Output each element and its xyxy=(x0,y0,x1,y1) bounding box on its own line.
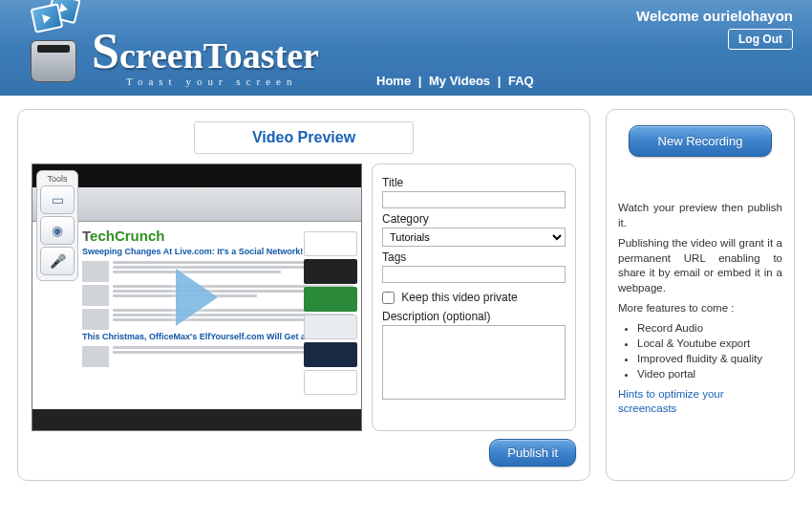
tools-label: Tools xyxy=(40,174,75,184)
hints-link[interactable]: Hints to optimize your screencasts xyxy=(618,387,782,416)
private-checkbox[interactable] xyxy=(382,292,395,304)
category-label: Category xyxy=(382,212,566,226)
sidebar-more-heading: More features to come : xyxy=(618,301,782,316)
tools-strip: Tools ▭ ◉ 🎤 xyxy=(36,170,78,281)
welcome-text: Welcome ourielohayon xyxy=(636,8,793,24)
sidebar-text-2: Publishing the video will grant it a per… xyxy=(618,236,782,295)
tool-screen-icon[interactable]: ▭ xyxy=(40,185,75,214)
publish-form: Title Category Tutorials Tags Keep this … xyxy=(372,163,576,431)
feature-item: Record Audio xyxy=(637,322,782,334)
feature-item: Improved fluidity & quality xyxy=(637,353,782,364)
main-panel: Video Preview Tools ▭ ◉ 🎤 TechCrunch Swe… xyxy=(17,109,590,481)
sidebar-panel: New Recording Watch your preview then pu… xyxy=(606,109,795,481)
logo[interactable]: ScreenToaster Toast your screen xyxy=(27,8,319,87)
video-preview[interactable]: Tools ▭ ◉ 🎤 TechCrunch Sweeping Changes … xyxy=(32,163,362,431)
tags-label: Tags xyxy=(382,250,566,264)
title-label: Title xyxy=(382,176,566,189)
description-textarea[interactable] xyxy=(382,325,566,400)
feature-list: Record Audio Local & Youtube export Impr… xyxy=(637,322,782,380)
header: ScreenToaster Toast your screen Welcome … xyxy=(0,0,812,96)
category-select[interactable]: Tutorials xyxy=(382,228,566,247)
nav-faq[interactable]: FAQ xyxy=(508,74,534,88)
play-icon[interactable] xyxy=(176,269,218,326)
nav-my-videos[interactable]: My Videos xyxy=(429,74,490,88)
private-label: Keep this video private xyxy=(401,291,517,304)
publish-button[interactable]: Publish it xyxy=(489,439,576,467)
brand-name: ScreenToaster xyxy=(92,23,319,79)
nav-home[interactable]: Home xyxy=(376,74,411,88)
tags-input[interactable] xyxy=(382,266,566,283)
new-recording-button[interactable]: New Recording xyxy=(629,125,772,157)
preview-heading: Video Preview xyxy=(194,121,414,154)
tool-mic-icon[interactable]: 🎤 xyxy=(40,247,75,275)
title-input[interactable] xyxy=(382,191,566,208)
toaster-icon xyxy=(27,8,86,82)
tool-camera-icon[interactable]: ◉ xyxy=(40,216,75,245)
sidebar-text-1: Watch your preview then publish it. xyxy=(618,201,782,230)
logout-button[interactable]: Log Out xyxy=(728,29,793,50)
video-controls[interactable] xyxy=(32,409,361,430)
top-nav: Home | My Videos | FAQ xyxy=(376,74,534,88)
feature-item: Local & Youtube export xyxy=(637,337,782,349)
brand-tagline: Toast your screen xyxy=(126,76,319,87)
feature-item: Video portal xyxy=(637,368,782,380)
description-label: Description (optional) xyxy=(382,310,566,323)
